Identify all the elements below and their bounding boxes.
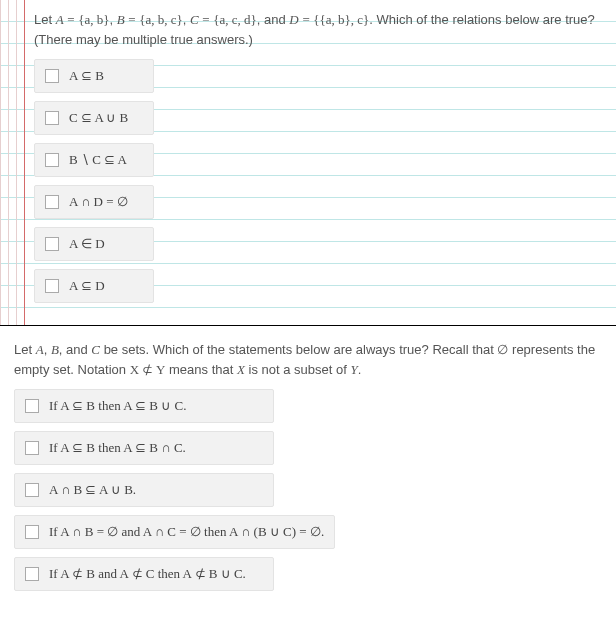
page: Let A = {a, b}, B = {a, b, c}, C = {a, c…: [0, 0, 616, 613]
checkbox-icon[interactable]: [25, 525, 39, 539]
checkbox-icon[interactable]: [45, 279, 59, 293]
q2-option-2-label: If A ⊆ B then A ⊆ B ∩ C.: [49, 440, 186, 456]
checkbox-icon[interactable]: [45, 237, 59, 251]
q1-option-5-label: A ∈ D: [69, 236, 105, 252]
var-A: A: [56, 12, 64, 27]
q2-text-2b: means that: [165, 362, 237, 377]
checkbox-icon[interactable]: [25, 483, 39, 497]
question-2-prompt: Let A, B, and C be sets. Which of the st…: [14, 340, 604, 379]
q1-option-5[interactable]: A ∈ D: [34, 227, 154, 261]
checkbox-icon[interactable]: [25, 399, 39, 413]
q2-text-1b: be sets. Which of the statements below a…: [100, 342, 497, 357]
q1-option-6-label: A ⊆ D: [69, 278, 105, 294]
q2-option-5-label: If A ⊄ B and A ⊄ C then A ⊄ B ∪ C.: [49, 566, 246, 582]
checkbox-icon[interactable]: [45, 195, 59, 209]
checkbox-icon[interactable]: [45, 69, 59, 83]
set-def-A: {a, b}: [78, 12, 109, 27]
var-B: B: [117, 12, 125, 27]
q2-var-X: X: [237, 362, 245, 377]
q2-var-Y: Y: [350, 362, 357, 377]
question-1-prompt: Let A = {a, b}, B = {a, b, c}, C = {a, c…: [34, 10, 604, 49]
q1-option-4[interactable]: A ∩ D = ∅: [34, 185, 154, 219]
q1-option-3-label: B ∖ C ⊆ A: [69, 152, 127, 168]
checkbox-icon[interactable]: [45, 111, 59, 125]
q1-option-6[interactable]: A ⊆ D: [34, 269, 154, 303]
set-def-B: {a, b, c}: [139, 12, 183, 27]
q1-option-2[interactable]: C ⊆ A ∪ B: [34, 101, 154, 135]
q2-option-1[interactable]: If A ⊆ B then A ⊆ B ∪ C.: [14, 389, 274, 423]
set-def-C: {a, c, d}: [213, 12, 257, 27]
set-def-D: {{a, b}, c}: [313, 12, 369, 27]
q2-option-3-label: A ∩ B ⊆ A ∪ B.: [49, 482, 136, 498]
q2-notation: X ⊄ Y: [130, 362, 166, 377]
q2-option-4[interactable]: If A ∩ B = ∅ and A ∩ C = ∅ then A ∩ (B ∪…: [14, 515, 335, 549]
q2-text-2d: .: [358, 362, 362, 377]
var-C: C: [190, 12, 199, 27]
q1-option-2-label: C ⊆ A ∪ B: [69, 110, 128, 126]
q2-option-1-label: If A ⊆ B then A ⊆ B ∪ C.: [49, 398, 186, 414]
question-1: Let A = {a, b}, B = {a, b, c}, C = {a, c…: [0, 0, 616, 325]
q2-empty-symbol: ∅: [497, 342, 508, 357]
text-let: Let: [34, 12, 56, 27]
checkbox-icon[interactable]: [25, 441, 39, 455]
q2-option-2[interactable]: If A ⊆ B then A ⊆ B ∩ C.: [14, 431, 274, 465]
q2-option-5[interactable]: If A ⊄ B and A ⊄ C then A ⊄ B ∪ C.: [14, 557, 274, 591]
checkbox-icon[interactable]: [25, 567, 39, 581]
eq-2: =: [128, 12, 135, 27]
q1-option-4-label: A ∩ D = ∅: [69, 194, 128, 210]
checkbox-icon[interactable]: [45, 153, 59, 167]
q2-option-3[interactable]: A ∩ B ⊆ A ∪ B.: [14, 473, 274, 507]
var-D: D: [289, 12, 298, 27]
eq-4: =: [302, 12, 309, 27]
eq-3: =: [202, 12, 209, 27]
q2-var-A: A: [36, 342, 44, 357]
q2-and: , and: [59, 342, 92, 357]
q1-option-1[interactable]: A ⊆ B: [34, 59, 154, 93]
q2-comma-1: ,: [44, 342, 51, 357]
q2-var-C: C: [91, 342, 100, 357]
comma-2: ,: [183, 12, 190, 27]
q2-var-B: B: [51, 342, 59, 357]
q2-option-4-label: If A ∩ B = ∅ and A ∩ C = ∅ then A ∩ (B ∪…: [49, 524, 324, 540]
question-1-content: Let A = {a, b}, B = {a, b, c}, C = {a, c…: [34, 10, 604, 303]
question-2: Let A, B, and C be sets. Which of the st…: [0, 325, 616, 613]
q2-text-2c: is not a subset of: [245, 362, 351, 377]
q1-option-3[interactable]: B ∖ C ⊆ A: [34, 143, 154, 177]
q2-text-let: Let: [14, 342, 36, 357]
eq-1: =: [67, 12, 74, 27]
and-1: , and: [257, 12, 290, 27]
comma-1: ,: [109, 12, 116, 27]
q1-option-1-label: A ⊆ B: [69, 68, 104, 84]
